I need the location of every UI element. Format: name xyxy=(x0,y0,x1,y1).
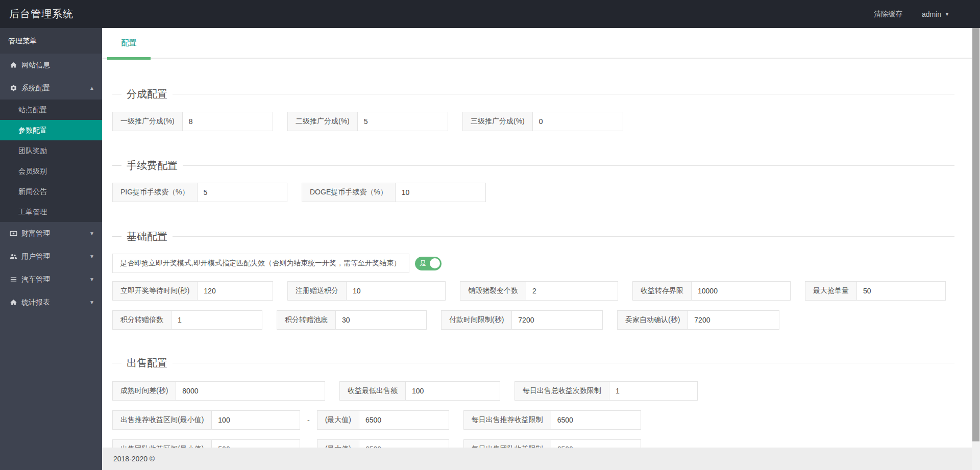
field-doge-fee: DOGE提币手续费（%） xyxy=(302,183,486,202)
divider xyxy=(112,363,121,363)
sidebar-item-label: 财富管理 xyxy=(21,229,50,238)
mature-time-input[interactable] xyxy=(176,382,325,400)
field-label: 卖家自动确认(秒) xyxy=(618,311,688,329)
section-title-sell: 出售配置 xyxy=(112,355,954,370)
sidebar-subitem-work-order[interactable]: 工单管理 xyxy=(0,202,102,222)
instant-mode-toggle[interactable]: 是 xyxy=(415,257,442,270)
range-separator: - xyxy=(307,416,310,424)
field-label: 立即开奖等待时间(秒) xyxy=(113,282,198,300)
points-pool-input[interactable] xyxy=(336,311,426,329)
section-title-share: 分成配置 xyxy=(112,86,954,102)
sidebar-item-website-info[interactable]: 网站信息 xyxy=(0,54,102,77)
sidebar-subitem-member-level[interactable]: 会员级别 xyxy=(0,161,102,181)
field-income-limit: 收益转存界限 xyxy=(632,281,791,301)
field-label: 最大抢单量 xyxy=(805,282,857,300)
sidebar-item-users[interactable]: 用户管理 ▼ xyxy=(0,245,102,268)
subitem-label: 会员级别 xyxy=(18,167,47,175)
sidebar-item-reports[interactable]: 统计报表 ▼ xyxy=(0,291,102,314)
username-label: admin xyxy=(922,10,941,18)
level3-share-input[interactable] xyxy=(533,112,623,131)
user-menu[interactable]: admin ▼ xyxy=(922,10,949,18)
subitem-label: 新闻公告 xyxy=(18,187,47,195)
tab-config[interactable]: 配置 xyxy=(107,28,151,58)
wait-time-input[interactable] xyxy=(198,282,273,300)
rec-max-input[interactable] xyxy=(359,411,449,429)
field-label: PIG提币手续费（%） xyxy=(113,183,198,202)
sidebar-item-system-config[interactable]: 系统配置 ▲ xyxy=(0,77,102,100)
divider xyxy=(112,165,121,166)
scrollbar-thumb[interactable] xyxy=(972,28,979,441)
field-label: 销毁猪裂变个数 xyxy=(460,282,526,300)
divider xyxy=(173,94,954,94)
field-label: 积分转赠倍数 xyxy=(113,311,172,329)
app-title: 后台管理系统 xyxy=(9,7,74,21)
max-grab-input[interactable] xyxy=(857,282,945,300)
income-limit-input[interactable] xyxy=(692,282,790,300)
destroy-split-input[interactable] xyxy=(526,282,618,300)
divider xyxy=(173,363,954,363)
form-row: 立即开奖等待时间(秒) 注册赠送积分 销毁猪裂变个数 收益转存界限 最大抢单量 xyxy=(112,281,954,301)
divider xyxy=(183,165,954,166)
rec-min-input[interactable] xyxy=(212,411,300,429)
reg-points-input[interactable] xyxy=(347,282,445,300)
gears-icon xyxy=(10,84,17,92)
field-label: 积分转赠池底 xyxy=(277,311,336,329)
sidebar-subitem-param-config[interactable]: 参数配置 xyxy=(0,120,102,140)
chevron-down-icon: ▼ xyxy=(89,277,94,282)
pig-fee-input[interactable] xyxy=(198,183,287,202)
field-label: 二级推广分成(%) xyxy=(288,112,358,131)
seller-auto-confirm-input[interactable] xyxy=(688,311,779,329)
field-mature-time: 成熟时间差(秒) xyxy=(112,381,325,401)
field-level2-share: 二级推广分成(%) xyxy=(287,112,448,131)
field-pig-fee: PIG提币手续费（%） xyxy=(112,183,287,202)
section-title-basic: 基础配置 xyxy=(112,229,954,244)
sidebar-item-label: 汽车管理 xyxy=(21,275,50,284)
sidebar-subitem-news[interactable]: 新闻公告 xyxy=(0,181,102,202)
rec-daily-input[interactable] xyxy=(551,411,641,429)
sidebar-subitem-team-reward[interactable]: 团队奖励 xyxy=(0,140,102,161)
daily-sell-count-input[interactable] xyxy=(609,382,697,400)
toggle-knob xyxy=(430,258,440,268)
field-label: 三级推广分成(%) xyxy=(463,112,533,131)
field-daily-sell-count: 每日出售总收益次数限制 xyxy=(514,381,698,401)
money-icon xyxy=(10,230,17,237)
pay-time-limit-input[interactable] xyxy=(512,311,602,329)
sidebar-subitem-site-config[interactable]: 站点配置 xyxy=(0,100,102,120)
home-icon xyxy=(10,61,17,69)
field-label: 出售推荐收益区间(最小值) xyxy=(113,411,212,429)
tab-label: 配置 xyxy=(121,38,137,48)
tab-bar: 配置 xyxy=(102,28,980,59)
home-icon xyxy=(10,299,17,306)
chevron-down-icon: ▼ xyxy=(89,254,94,259)
toggle-on-label: 是 xyxy=(420,259,426,268)
clear-cache-button[interactable]: 清除缓存 xyxy=(874,10,902,19)
sidebar-item-wealth[interactable]: 财富管理 ▼ xyxy=(0,222,102,245)
form-row: 是否即抢立即开奖模式,即开模式指定匹配失效（否则为结束统一开奖，需等至开奖结束）… xyxy=(112,254,954,273)
divider xyxy=(173,236,954,237)
doge-fee-input[interactable] xyxy=(396,183,485,202)
chevron-up-icon: ▲ xyxy=(89,85,94,91)
chevron-down-icon: ▼ xyxy=(89,300,94,305)
field-label: (最大值) xyxy=(317,411,359,429)
instant-mode-desc: 是否即抢立即开奖模式,即开模式指定匹配失效（否则为结束统一开奖，需等至开奖结束） xyxy=(112,254,409,273)
field-label: 收益最低出售额 xyxy=(340,382,406,400)
chevron-down-icon: ▼ xyxy=(89,231,94,236)
field-label: 成熟时间差(秒) xyxy=(113,382,176,400)
points-multiple-input[interactable] xyxy=(172,311,262,329)
sidebar-item-label: 统计报表 xyxy=(21,298,50,307)
subitem-label: 站点配置 xyxy=(18,106,47,114)
level1-share-input[interactable] xyxy=(183,112,273,131)
sidebar: 管理菜单 网站信息 系统配置 ▲ 站点配置 参数配置 团队奖励 xyxy=(0,28,102,470)
level2-share-input[interactable] xyxy=(358,112,448,131)
field-label: DOGE提币手续费（%） xyxy=(302,183,396,202)
form-row: PIG提币手续费（%） DOGE提币手续费（%） xyxy=(112,183,954,202)
field-level3-share: 三级推广分成(%) xyxy=(462,112,623,131)
field-points-pool: 积分转赠池底 xyxy=(277,310,427,330)
scrollbar-track[interactable] xyxy=(972,28,980,470)
section-title-text: 基础配置 xyxy=(127,230,167,243)
form-row: 成熟时间差(秒) 收益最低出售额 每日出售总收益次数限制 xyxy=(112,381,954,401)
sidebar-item-label: 系统配置 xyxy=(21,84,50,93)
sidebar-item-cars[interactable]: 汽车管理 ▼ xyxy=(0,268,102,291)
system-config-submenu: 站点配置 参数配置 团队奖励 会员级别 新闻公告 工单管理 xyxy=(0,100,102,222)
min-sell-input[interactable] xyxy=(406,382,500,400)
